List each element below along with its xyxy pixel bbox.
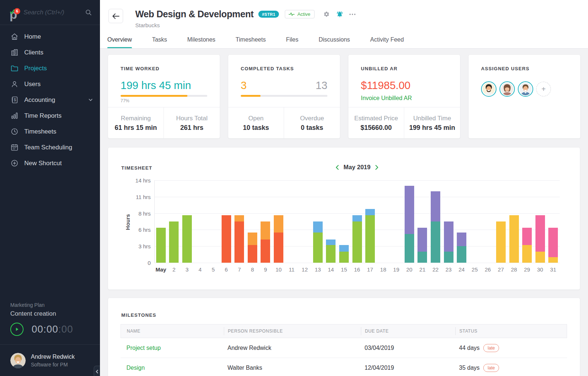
prev-month-button[interactable]	[336, 165, 339, 170]
next-month-button[interactable]	[375, 165, 379, 170]
bar-day-2-green[interactable]	[169, 221, 179, 263]
timer-play-button[interactable]	[10, 323, 24, 336]
milestone-name-link[interactable]: Design	[126, 365, 145, 371]
bar-day-8-orange[interactable]	[248, 245, 257, 263]
column-header-name: NAME	[121, 327, 224, 335]
bar-day-16-green[interactable]	[352, 221, 362, 263]
unbilled-ar-card: UNBILLED AR $11985.00 Invoice Unbilled A…	[348, 55, 460, 138]
page-title: Web Design & Development	[135, 9, 254, 19]
bar-day-14-green[interactable]	[326, 245, 336, 263]
sidebar-item-clients[interactable]: Clients	[0, 45, 100, 60]
completed-tasks-card: COMPLETED TASKS 3 13 Open 10 tasks	[228, 55, 340, 138]
add-user-button[interactable]: +	[536, 82, 551, 96]
card-title: UNBILLED AR	[361, 66, 448, 71]
project-code-badge: #STR1	[258, 11, 279, 18]
card-title: ASSIGNED USERS	[481, 66, 568, 71]
notifications-bell-icon[interactable]	[336, 11, 343, 18]
sidebar-item-timesheets[interactable]: Timesheets	[0, 124, 100, 139]
milestone-days: 35 days	[459, 365, 480, 371]
sidebar-item-users[interactable]: Users	[0, 76, 100, 92]
tab-tasks[interactable]: Tasks	[152, 35, 167, 48]
assigned-users-card: ASSIGNED USERS +	[469, 55, 580, 138]
bar-day-21-teal[interactable]	[417, 252, 427, 263]
time-worked-progressbar	[121, 95, 207, 97]
bar-day-13-green[interactable]	[313, 233, 323, 263]
tab-activity-feed[interactable]: Activity Feed	[370, 35, 404, 48]
sidebar-item-new-shortcut[interactable]: New Shortcut	[0, 155, 100, 171]
more-options-icon[interactable]	[349, 13, 356, 15]
y-axis-tick-label: 3 hrs	[121, 243, 151, 249]
column-header-due-date: DUE DATE	[361, 327, 456, 335]
bar-day-29-yellow[interactable]	[522, 245, 532, 263]
user-avatar	[10, 353, 26, 368]
sidebar-top: p 6 Search (Ctrl+/)	[0, 0, 100, 25]
sidebar-item-label: Users	[24, 81, 93, 88]
y-axis-tick-label: 11 hrs	[121, 194, 151, 200]
search-input[interactable]: Search (Ctrl+/)	[24, 9, 92, 16]
overdue-tasks-cell: Overdue 0 tasks	[284, 107, 340, 138]
sidebar-item-home[interactable]: Home	[0, 29, 100, 45]
milestone-person: Andrew Redwick	[224, 345, 361, 351]
timer-display: 00:00:00	[32, 324, 73, 335]
bar-day-7-orange[interactable]	[234, 221, 244, 263]
sidebar-item-team-scheduling[interactable]: Team Scheduling	[0, 139, 100, 155]
completed-tasks-progressbar	[241, 95, 327, 97]
chevron-down-icon	[89, 99, 93, 101]
avatar-user-1[interactable]	[481, 81, 496, 97]
period-label: May 2019	[344, 164, 370, 171]
bar-day-27-yellow[interactable]	[496, 221, 506, 263]
settings-gear-icon[interactable]	[323, 11, 330, 17]
milestone-name-link[interactable]: Project setup	[126, 345, 161, 351]
bar-day-30-yellow[interactable]	[535, 252, 545, 263]
app-root: p 6 Search (Ctrl+/) HomeClientsProjectsU…	[0, 0, 588, 376]
bar-day-22-teal[interactable]	[431, 221, 440, 263]
bar-day-10-orange[interactable]	[274, 233, 283, 263]
home-icon	[10, 32, 19, 41]
milestones-table: NAMEPERSON RESPONSIBLEDUE DATESTATUS Pro…	[121, 324, 567, 376]
sidebar-user[interactable]: Andrew Redwick Software for PM	[0, 344, 100, 376]
avatar-user-2[interactable]	[499, 81, 515, 97]
late-badge: late	[483, 344, 499, 352]
pulse-icon	[288, 12, 295, 17]
milestone-due-date: 03/04/2019	[361, 345, 455, 351]
tab-timesheets[interactable]: Timesheets	[236, 35, 266, 48]
sidebar-item-projects[interactable]: Projects	[0, 60, 100, 76]
time-worked-value: 199 hrs 45 min	[121, 79, 207, 92]
bar-day-28-yellow[interactable]	[509, 215, 519, 263]
tab-files[interactable]: Files	[286, 35, 298, 48]
tab-discussions[interactable]: Discussions	[319, 35, 350, 48]
bar-day-9-orange[interactable]	[261, 240, 270, 263]
chart-gridline	[154, 197, 560, 197]
sidebar-item-label: Timesheets	[24, 128, 93, 135]
chart-gridline	[154, 180, 560, 181]
invoice-unbilled-link[interactable]: Invoice Unbilled AR	[361, 95, 412, 102]
bar-day-6-orange[interactable]	[222, 215, 231, 263]
tab-overview[interactable]: Overview	[107, 35, 132, 48]
tab-milestones[interactable]: Milestones	[187, 35, 215, 48]
y-axis-tick-label: 0	[121, 260, 151, 266]
sidebar-item-time-reports[interactable]: Time Reports	[0, 108, 100, 124]
bar-day-20-teal[interactable]	[405, 234, 414, 263]
client-name: Starbucks	[135, 22, 356, 28]
sidebar-nav: HomeClientsProjectsUsers$AccountingTime …	[0, 25, 100, 171]
milestones-card: MILESTONES NAMEPERSON RESPONSIBLEDUE DAT…	[108, 298, 580, 376]
user-subtitle: Software for PM	[31, 362, 75, 368]
bar-day-17-green[interactable]	[365, 215, 375, 263]
sidebar-collapse-button[interactable]	[94, 366, 100, 376]
bar-day-24-teal[interactable]	[457, 246, 466, 263]
bar-day-23-teal[interactable]	[444, 252, 453, 263]
unbilled-ar-value: $11985.00	[361, 79, 448, 92]
avatar-user-3[interactable]	[518, 81, 533, 97]
user-name: Andrew Redwick	[31, 354, 75, 360]
sidebar-item-accounting[interactable]: $Accounting	[0, 92, 100, 108]
back-button[interactable]	[108, 9, 123, 23]
search-icon[interactable]	[85, 9, 92, 16]
main-area: Web Design & Development #STR1 Active	[100, 0, 588, 376]
timesheet-chart-card: TIMESHEET May 2019 03 hrs6 hrs8 hrs11 hr…	[108, 148, 580, 290]
status-badge[interactable]: Active	[285, 10, 314, 18]
paymo-logo[interactable]: p 6	[10, 6, 22, 19]
bar-day-3-green[interactable]	[182, 215, 192, 263]
bar-day-15-green[interactable]	[339, 252, 349, 263]
bar-day-1-green[interactable]	[156, 228, 166, 263]
bar-day-31-yellow[interactable]	[548, 257, 558, 263]
